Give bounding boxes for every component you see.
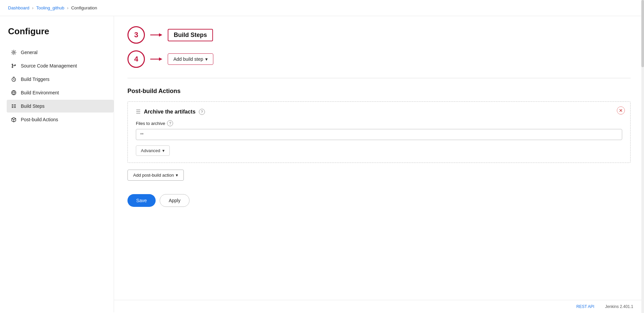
svg-rect-6 [12,104,13,105]
svg-marker-15 [159,57,162,61]
archive-title: Archive the artifacts [144,109,196,115]
scrollbar-thumb[interactable] [641,0,644,67]
sidebar-item-post-build[interactable]: Post-build Actions [7,113,114,126]
box-icon [11,117,17,123]
advanced-toggle-button[interactable]: Advanced ▾ [136,145,170,156]
gear-icon [11,49,17,55]
archive-card-header: ☰ Archive the artifacts ? [136,108,622,115]
sidebar-item-source-code[interactable]: Source Code Management [7,59,114,72]
sidebar-label-build-triggers: Build Triggers [21,77,50,82]
breadcrumb-sep-1: › [32,5,34,10]
breadcrumb-tooling[interactable]: Tooling_github [36,5,64,10]
archive-card: ✕ ☰ Archive the artifacts ? Files to arc… [127,101,631,163]
chevron-down-icon: ▾ [162,148,165,153]
annotation-label-build-steps: Build Steps [168,29,213,41]
action-buttons: Save Apply [127,194,631,207]
sidebar-label-general: General [21,50,38,55]
drag-handle-icon[interactable]: ☰ [136,108,141,115]
advanced-label: Advanced [141,148,160,153]
svg-rect-8 [12,106,13,106]
svg-rect-10 [12,107,13,108]
add-postbuild-dropdown-icon: ▾ [176,173,178,178]
breadcrumb: Dashboard › Tooling_github › Configurati… [0,0,644,16]
sidebar-item-build-triggers[interactable]: Build Triggers [7,73,114,86]
sidebar-label-build-environment: Build Environment [21,90,59,95]
apply-button[interactable]: Apply [160,194,190,207]
arrow-3 [150,32,162,38]
globe-icon [11,90,17,96]
list-icon [11,103,17,109]
sidebar-item-build-environment[interactable]: Build Environment [7,86,114,99]
files-field-help-icon[interactable]: ? [167,120,173,126]
add-post-build-action-button[interactable]: Add post-build action ▾ [127,170,184,181]
breadcrumb-configuration: Configuration [71,5,97,10]
clock-icon [11,76,17,82]
archive-help-icon[interactable]: ? [199,109,205,115]
sidebar-label-post-build: Post-build Actions [21,117,58,122]
add-build-step-button[interactable]: Add build step ▾ [168,53,213,65]
sidebar: Configure General Source Code M [0,16,114,312]
section-divider [127,78,631,78]
svg-rect-11 [14,107,16,108]
scrollbar-track [641,0,644,313]
rest-api-link[interactable]: REST API [576,304,594,309]
sidebar-item-general[interactable]: General [7,46,114,59]
annotation-number-4: 4 [127,50,145,68]
files-to-archive-input[interactable] [136,129,622,140]
sidebar-item-build-steps[interactable]: Build Steps [7,100,114,113]
jenkins-version: Jenkins 2.401.1 [605,304,633,309]
svg-rect-7 [14,104,16,105]
sidebar-label-source-code: Source Code Management [21,63,77,69]
post-build-heading: Post-build Actions [127,88,631,95]
svg-point-0 [13,52,15,53]
add-postbuild-label: Add post-build action [133,173,174,178]
close-archive-button[interactable]: ✕ [617,106,625,115]
main-layout: Configure General Source Code M [0,16,644,312]
svg-marker-13 [159,33,162,37]
dropdown-arrow-icon: ▾ [205,56,208,62]
sidebar-title: Configure [7,26,114,37]
content-area: 3 Build Steps 4 Add build step ▾ [114,16,644,312]
add-build-step-label: Add build step [173,56,203,62]
svg-rect-9 [14,106,16,106]
annotation-number-3: 3 [127,26,145,44]
breadcrumb-dashboard[interactable]: Dashboard [8,5,30,10]
footer: REST API Jenkins 2.401.1 [114,300,644,313]
breadcrumb-sep-2: › [67,5,68,10]
annotation-build-steps: 3 Build Steps [127,26,631,44]
save-button[interactable]: Save [127,194,156,207]
annotation-add-build-step: 4 Add build step ▾ [127,50,631,68]
files-to-archive-label: Files to archive ? [136,120,622,126]
branch-icon [11,63,17,69]
arrow-4 [150,56,162,62]
sidebar-label-build-steps: Build Steps [21,103,45,109]
